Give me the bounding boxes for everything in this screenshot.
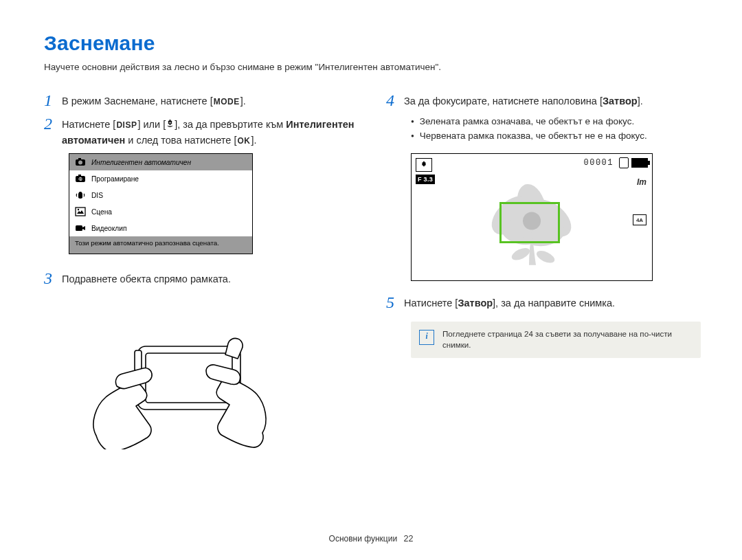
- text: Натиснете [: [62, 119, 115, 130]
- page-number: 22: [404, 534, 414, 544]
- mode-item: Видеоклип: [69, 220, 252, 236]
- hands-camera-illustration: [69, 298, 289, 449]
- tip-text: Погледнете страница 24 за съвети за полу…: [442, 328, 693, 352]
- svg-rect-1: [78, 158, 81, 160]
- text: ].: [240, 96, 246, 107]
- step-3: 3 Подравнете обекта спрямо рамката.: [44, 269, 359, 287]
- dis-icon: [75, 190, 86, 200]
- step-text: Натиснете [DISP] или [], за да превъртит…: [62, 115, 359, 148]
- step-number: 1: [44, 91, 62, 109]
- shot-counter: 00001: [583, 158, 614, 168]
- smart-auto-icon: [75, 157, 86, 167]
- tip-box: i Погледнете страница 24 за съвети за по…: [411, 322, 701, 359]
- program-icon: P: [75, 174, 86, 183]
- text: и след това натиснете [: [125, 135, 236, 146]
- info-icon: i: [419, 330, 434, 345]
- text: ].: [251, 135, 256, 146]
- step-number: 4: [386, 91, 404, 109]
- image-size-label: Im: [637, 177, 647, 187]
- mode-button-label: MODE: [213, 97, 240, 107]
- step-4: 4 За да фокусирате, натиснете наполовина…: [386, 91, 701, 109]
- step-number: 5: [386, 293, 404, 311]
- page-title: Заснемане: [44, 32, 701, 55]
- text: ], за да превъртите към: [175, 119, 286, 130]
- scene-icon: [75, 207, 86, 216]
- mode-menu-illustration: Интелигентен автоматичен P Програмиране …: [69, 153, 253, 254]
- memory-card-icon: [619, 157, 629, 168]
- focus-bullets: Зелената рамка означава, че обектът е на…: [411, 115, 701, 144]
- ok-button-label: OK: [236, 136, 251, 146]
- flash-auto-label: 4A: [633, 214, 647, 225]
- video-icon: [75, 223, 86, 233]
- mode-item: Интелигентен автоматичен: [69, 154, 252, 170]
- text: За да фокусирате, натиснете наполовина [: [404, 96, 603, 107]
- svg-text:P: P: [79, 177, 82, 181]
- mode-label: Програмиране: [91, 175, 139, 183]
- left-column: 1 В режим Заснемане, натиснете [MODE]. 2…: [44, 91, 359, 449]
- bullet-green: Зелената рамка означава, че обектът е на…: [411, 115, 701, 129]
- mode-label: DIS: [91, 192, 103, 199]
- footer-section: Основни функции: [329, 534, 398, 544]
- text: ].: [638, 96, 643, 107]
- right-column: 4 За да фокусирате, натиснете наполовина…: [386, 91, 701, 449]
- text: В режим Заснемане, натиснете [: [62, 96, 213, 107]
- mode-label: Интелигентен автоматичен: [91, 159, 191, 166]
- svg-point-2: [78, 161, 82, 165]
- svg-rect-4: [78, 175, 81, 177]
- mode-caption: Този режим автоматично разпознава сценат…: [69, 236, 252, 254]
- macro-indicator-icon: [416, 158, 432, 172]
- step-number: 2: [44, 115, 62, 133]
- svg-rect-7: [76, 208, 85, 216]
- step-text: Натиснете [Затвор], за да направите сним…: [404, 293, 615, 311]
- step-number: 3: [44, 269, 62, 287]
- step-2: 2 Натиснете [DISP] или [], за да превърт…: [44, 115, 359, 148]
- intro-text: Научете основни действия за лесно и бърз…: [44, 62, 701, 72]
- battery-icon: [631, 158, 648, 168]
- shutter-label: Затвор: [458, 298, 493, 309]
- manual-page: Заснемане Научете основни действия за ле…: [0, 0, 742, 560]
- svg-rect-9: [76, 225, 82, 231]
- svg-point-19: [510, 245, 531, 262]
- svg-rect-12: [135, 350, 142, 371]
- bullet-red: Червената рамка показва, че обектът не е…: [411, 129, 701, 144]
- content-columns: 1 В режим Заснемане, натиснете [MODE]. 2…: [44, 91, 701, 449]
- text: ] или [: [137, 119, 166, 130]
- mode-item: Сцена: [69, 203, 252, 220]
- focus-rectangle: [499, 202, 560, 243]
- mode-label: Сцена: [91, 208, 112, 216]
- step-1: 1 В режим Заснемане, натиснете [MODE].: [44, 91, 359, 109]
- step-5: 5 Натиснете [Затвор], за да направите сн…: [386, 293, 701, 311]
- f-number-badge: F 3.3: [416, 175, 435, 184]
- page-footer: Основни функции 22: [0, 534, 742, 544]
- text: Натиснете [: [404, 298, 458, 309]
- step-text: За да фокусирате, натиснете наполовина […: [404, 91, 643, 109]
- macro-icon: [166, 119, 175, 130]
- step-text: В режим Заснемане, натиснете [MODE].: [62, 91, 246, 109]
- mode-label: Видеоклип: [91, 225, 127, 232]
- mode-item: P Програмиране: [69, 170, 252, 187]
- camera-preview: F 3.3 00001 Im 4A: [411, 153, 653, 281]
- mode-item: DIS: [69, 187, 252, 203]
- step-text: Подравнете обекта спрямо рамката.: [62, 269, 231, 287]
- svg-point-8: [78, 209, 79, 210]
- shutter-label: Затвор: [603, 96, 638, 107]
- text: ], за да направите снимка.: [493, 298, 615, 309]
- disp-button-label: DISP: [115, 120, 137, 130]
- svg-point-20: [535, 248, 556, 265]
